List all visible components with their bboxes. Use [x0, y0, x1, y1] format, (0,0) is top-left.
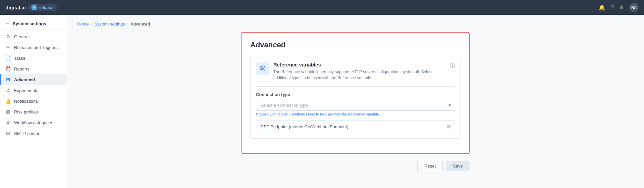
sidebar-label-risk-profiles: Risk profiles — [14, 109, 38, 114]
sidebar-label-tasks: Tasks — [14, 56, 25, 61]
settings-icon[interactable]: ⚙ — [619, 4, 624, 11]
smtp-server-icon: ✉ — [5, 131, 11, 136]
sidebar-label-general: General — [14, 34, 30, 39]
ref-vars-title: Reference variables — [273, 62, 448, 67]
sidebar-item-experimental[interactable]: ⚗ Experimental — [0, 85, 67, 96]
save-button[interactable]: Save — [446, 161, 470, 171]
reset-button[interactable]: Reset — [417, 161, 443, 171]
help-circle-icon[interactable]: ⓘ — [450, 62, 455, 69]
notifications-nav-icon: 🔔 — [5, 98, 11, 104]
help-icon[interactable]: ? — [611, 4, 614, 10]
product-name: release — [39, 5, 54, 10]
page-title: Advanced — [250, 41, 461, 49]
breadcrumb-sep-1: › — [91, 21, 92, 27]
notifications-icon[interactable]: 🔔 — [599, 4, 605, 11]
sidebar-item-reports[interactable]: ⏰ Reports — [0, 63, 67, 74]
sidebar-header: ← System settings — [0, 17, 67, 30]
layout: ← System settings ⚙ General ✂ Releases a… — [0, 15, 644, 188]
breadcrumb-sep-2: › — [127, 21, 128, 27]
sidebar-item-advanced[interactable]: ⊞ Advanced — [0, 74, 67, 85]
ref-vars-left: ${ Reference variables The Reference var… — [256, 62, 448, 81]
connection-item: GET Endpoint (events.GetWebhookEndpoint)… — [256, 120, 455, 133]
app-logo: digital.ai ● release — [5, 4, 57, 11]
sidebar-label-experimental: Experimental — [14, 88, 40, 93]
breadcrumb-home[interactable]: Home — [77, 21, 89, 27]
connection-item-label: GET Endpoint (events.GetWebhookEndpoint) — [260, 124, 348, 129]
advanced-card: Advanced ${ Reference variables The Refe… — [241, 32, 470, 154]
back-arrow-icon[interactable]: ← — [5, 21, 10, 26]
breadcrumb-current: Advanced — [130, 21, 150, 27]
sidebar-label-releases-triggers: Releases and Triggers — [14, 45, 58, 50]
sidebar-title: System settings — [13, 21, 46, 26]
footer-actions: Reset Save — [241, 161, 470, 171]
select-wrapper: Select a connection type ▼ — [256, 100, 455, 111]
experimental-icon: ⚗ — [5, 88, 11, 93]
sidebar-item-notifications[interactable]: 🔔 Notifications — [0, 96, 67, 106]
risk-profiles-icon: ▩ — [5, 109, 11, 114]
ref-vars-text: Reference variables The Reference variab… — [273, 62, 448, 81]
connection-type-label: Connection type — [256, 92, 455, 97]
product-icon: ● — [31, 4, 37, 10]
workflow-categories-icon: ⧗ — [5, 120, 11, 125]
sidebar-item-tasks[interactable]: 📄 Tasks — [0, 53, 67, 63]
section-divider — [256, 86, 455, 87]
navbar: digital.ai ● release 🔔 ? ⚙ RA — [0, 0, 644, 15]
connection-type-select[interactable]: Select a connection type — [256, 100, 455, 111]
advanced-icon: ⊞ — [5, 77, 11, 82]
remove-connection-icon[interactable]: ✕ — [447, 124, 451, 129]
sidebar-item-workflow-categories[interactable]: ⧗ Workflow categories — [0, 117, 67, 128]
breadcrumb: Home › System settings › Advanced — [77, 21, 634, 27]
active-indicator — [0, 74, 1, 85]
sidebar-item-risk-profiles[interactable]: ▩ Risk profiles — [0, 106, 67, 117]
ref-vars-icon: ${ — [256, 62, 269, 75]
sidebar-item-releases-triggers[interactable]: ✂ Releases and Triggers — [0, 42, 67, 53]
avatar[interactable]: RA — [629, 3, 639, 12]
product-badge: ● release — [28, 4, 57, 11]
sidebar-label-advanced: Advanced — [14, 77, 35, 82]
sidebar-item-smtp-server[interactable]: ✉ SMTP server — [0, 128, 67, 139]
logo-text: digital.ai — [5, 5, 26, 10]
main-content: Home › System settings › Advanced Advanc… — [67, 15, 644, 188]
reports-icon: ⏰ — [5, 66, 11, 72]
ref-vars-header: ${ Reference variables The Reference var… — [256, 62, 455, 81]
ref-vars-description: The Reference variable inherently suppor… — [273, 69, 448, 81]
general-icon: ⚙ — [5, 34, 11, 39]
sidebar-item-general[interactable]: ⚙ General — [0, 31, 67, 42]
sidebar-label-smtp-server: SMTP server — [14, 131, 40, 136]
releases-triggers-icon: ✂ — [5, 45, 11, 50]
navbar-left: digital.ai ● release — [5, 4, 57, 11]
tasks-icon: 📄 — [5, 55, 11, 61]
breadcrumb-system-settings[interactable]: System settings — [94, 21, 125, 27]
reference-variables-section: ${ Reference variables The Reference var… — [250, 56, 461, 139]
select-hint: Choose Connection (Synthetic) type to be… — [256, 112, 455, 116]
sidebar-label-reports: Reports — [14, 66, 30, 72]
sidebar: ← System settings ⚙ General ✂ Releases a… — [0, 15, 67, 188]
navbar-right: 🔔 ? ⚙ RA — [599, 3, 639, 12]
sidebar-label-workflow-categories: Workflow categories — [14, 120, 53, 125]
sidebar-label-notifications: Notifications — [14, 99, 38, 104]
